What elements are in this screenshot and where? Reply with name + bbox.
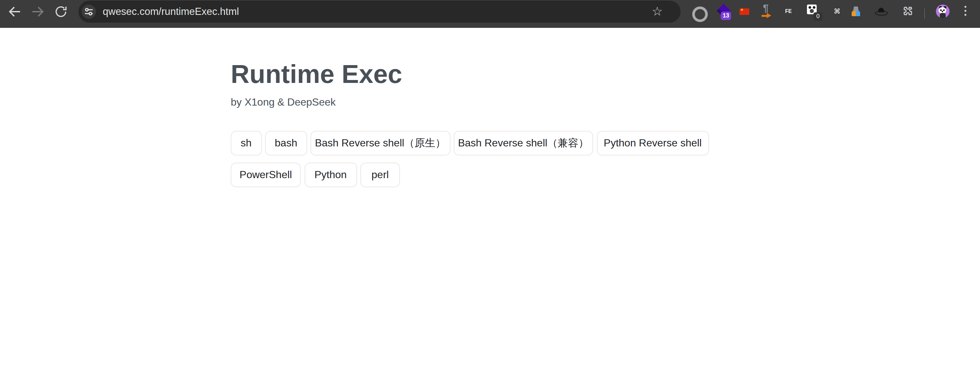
shell-buttons-row1: shbashBash Reverse shell（原生）Bash Reverse… bbox=[231, 131, 749, 156]
button-bash-reverse-shell-compat[interactable]: Bash Reverse shell（兼容） bbox=[454, 131, 593, 156]
back-arrow-icon bbox=[7, 3, 22, 19]
page-title: Runtime Exec bbox=[231, 59, 749, 89]
pilcrow-icon: ¶ bbox=[763, 2, 769, 14]
button-python[interactable]: Python bbox=[304, 163, 357, 187]
toolbar-separator bbox=[924, 8, 925, 19]
browser-menu-button[interactable] bbox=[956, 2, 975, 21]
tune-icon bbox=[83, 6, 95, 17]
panda-doodle-extension-icon[interactable]: 0 bbox=[805, 2, 823, 21]
fe-extension-icon[interactable]: FE bbox=[782, 2, 800, 21]
back-button[interactable] bbox=[5, 2, 24, 21]
diamond-extension-icon[interactable]: 13 bbox=[714, 2, 732, 21]
page-body: Runtime Execby X1ong & DeepSeekshbashBas… bbox=[0, 0, 980, 188]
bookmark-star-icon[interactable]: ☆ bbox=[648, 1, 667, 23]
forward-button[interactable] bbox=[28, 2, 46, 21]
refresh-button[interactable] bbox=[52, 2, 70, 21]
browser-toolbar: qwesec.com/runtimeExec.html☆13¶FE0⌘ bbox=[0, 0, 980, 28]
page-subtitle: by X1ong & DeepSeek bbox=[231, 97, 749, 108]
site-settings-button[interactable] bbox=[82, 5, 96, 19]
fedora-hat-extension-icon[interactable] bbox=[872, 2, 890, 21]
button-python-reverse-shell[interactable]: Python Reverse shell bbox=[597, 131, 709, 156]
pilcrow-extension-icon[interactable]: ¶ bbox=[758, 2, 776, 21]
extensions-puzzle-icon[interactable] bbox=[902, 6, 913, 17]
refresh-icon bbox=[54, 4, 68, 19]
button-bash[interactable]: bash bbox=[265, 131, 307, 156]
china-flag-extension-icon[interactable] bbox=[735, 2, 753, 21]
profile-avatar[interactable] bbox=[935, 5, 949, 18]
forward-arrow-icon bbox=[30, 3, 45, 19]
button-powershell[interactable]: PowerShell bbox=[231, 163, 301, 187]
button-bash-reverse-shell-native[interactable]: Bash Reverse shell（原生） bbox=[310, 131, 450, 156]
download-badge-count: 0 bbox=[813, 12, 822, 21]
url-text[interactable]: qwesec.com/runtimeExec.html bbox=[103, 1, 239, 23]
command-extension-icon[interactable]: ⌘ bbox=[828, 2, 846, 21]
shell-buttons-row2: PowerShellPythonperl bbox=[231, 163, 749, 187]
extension-badge-count: 13 bbox=[721, 11, 731, 20]
recorder-extension-icon[interactable] bbox=[688, 2, 706, 21]
spy-extension-icon[interactable] bbox=[846, 2, 865, 21]
button-sh[interactable]: sh bbox=[231, 131, 261, 156]
address-bar[interactable]: qwesec.com/runtimeExec.html☆ bbox=[78, 1, 681, 23]
button-perl[interactable]: perl bbox=[360, 163, 400, 187]
